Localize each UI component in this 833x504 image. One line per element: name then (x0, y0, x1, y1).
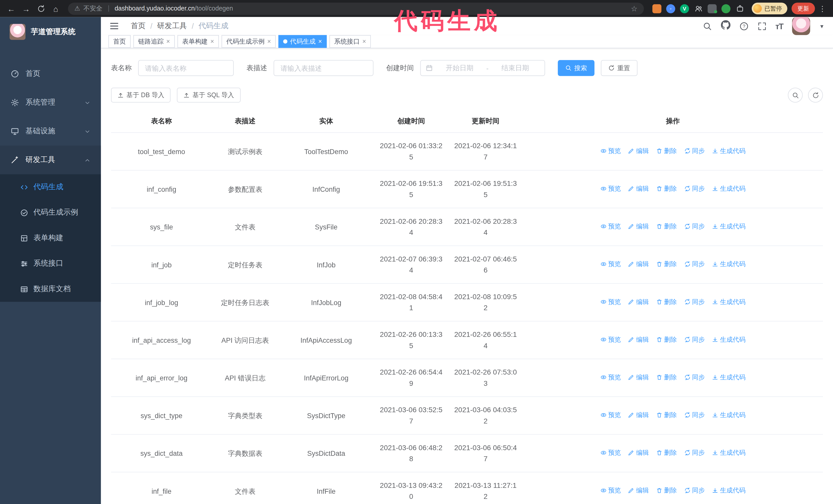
browser-menu-icon[interactable]: ⋮ (816, 4, 829, 13)
close-icon[interactable]: × (166, 38, 170, 45)
sync-link[interactable]: 同步 (684, 259, 705, 270)
generate-code-link[interactable]: 生成代码 (712, 334, 745, 345)
edit-link[interactable]: 编辑 (628, 410, 649, 421)
fullscreen-icon[interactable] (757, 22, 766, 30)
generate-code-link[interactable]: 生成代码 (712, 447, 745, 459)
edit-link[interactable]: 编辑 (628, 372, 649, 383)
tag-tab-codegen-example[interactable]: 代码生成示例× (221, 35, 276, 48)
browser-forward-button[interactable]: → (19, 2, 33, 16)
table-name-input[interactable] (138, 60, 234, 76)
extension-icon-drop[interactable]: ◦ (666, 4, 675, 13)
generate-code-link[interactable]: 生成代码 (712, 259, 745, 270)
preview-link[interactable]: 预览 (600, 485, 621, 496)
preview-link[interactable]: 预览 (600, 259, 621, 270)
github-icon[interactable] (721, 20, 730, 32)
edit-link[interactable]: 编辑 (628, 296, 649, 308)
sync-link[interactable]: 同步 (684, 221, 705, 232)
browser-home-button[interactable]: ⌂ (49, 2, 63, 16)
browser-refresh-button[interactable] (34, 2, 48, 16)
preview-link[interactable]: 预览 (600, 334, 621, 345)
close-icon[interactable]: × (267, 38, 271, 45)
sync-link[interactable]: 同步 (684, 410, 705, 421)
close-icon[interactable]: × (318, 38, 322, 45)
tag-tab-system-api[interactable]: 系统接口× (329, 35, 371, 48)
toggle-search-button[interactable] (788, 88, 803, 102)
close-icon[interactable]: × (362, 38, 366, 45)
reset-button[interactable]: 重置 (601, 60, 638, 76)
preview-link[interactable]: 预览 (600, 145, 621, 157)
sync-link[interactable]: 同步 (684, 296, 705, 308)
people-icon[interactable] (694, 4, 703, 13)
edit-link[interactable]: 编辑 (628, 183, 649, 195)
search-icon[interactable] (703, 22, 712, 30)
chrome-update-button[interactable]: 更新 (791, 3, 815, 14)
extension-icon-leaf[interactable] (721, 4, 731, 13)
generate-code-link[interactable]: 生成代码 (712, 296, 745, 308)
generate-code-link[interactable]: 生成代码 (712, 485, 745, 496)
preview-link[interactable]: 预览 (600, 447, 621, 459)
hamburger-icon[interactable] (110, 21, 119, 31)
search-button[interactable]: 搜索 (558, 60, 594, 76)
sidebar-item-system-api[interactable]: 系统接口 (0, 251, 101, 276)
sync-link[interactable]: 同步 (684, 334, 705, 345)
preview-link[interactable]: 预览 (600, 221, 621, 232)
refresh-table-button[interactable] (808, 88, 823, 102)
generate-code-link[interactable]: 生成代码 (712, 221, 745, 232)
edit-link[interactable]: 编辑 (628, 259, 649, 270)
tag-tab-form-builder[interactable]: 表单构建× (177, 35, 219, 48)
tag-tab-home[interactable]: 首页 (109, 35, 131, 48)
breadcrumb-devtools[interactable]: 研发工具 (157, 21, 187, 31)
help-icon[interactable]: ? (739, 22, 748, 30)
logo[interactable]: 芋道管理系统 (0, 17, 101, 47)
tag-tab-tracing[interactable]: 链路追踪× (133, 35, 175, 48)
generate-code-link[interactable]: 生成代码 (712, 410, 745, 421)
generate-code-link[interactable]: 生成代码 (712, 183, 745, 195)
avatar-caret-icon[interactable]: ▼ (819, 23, 825, 29)
delete-link[interactable]: 删除 (656, 372, 677, 383)
bookmark-star-icon[interactable]: ☆ (631, 4, 638, 13)
sync-link[interactable]: 同步 (684, 447, 705, 459)
delete-link[interactable]: 删除 (656, 485, 677, 496)
extension-icon-status[interactable] (708, 4, 717, 13)
sidebar-item-codegen[interactable]: 代码生成 (0, 174, 101, 200)
preview-link[interactable]: 预览 (600, 183, 621, 195)
import-db-button[interactable]: 基于 DB 导入 (111, 88, 171, 102)
delete-link[interactable]: 删除 (656, 183, 677, 195)
breadcrumb-home[interactable]: 首页 (131, 21, 146, 31)
extension-icon-orange[interactable] (652, 4, 661, 13)
puzzle-icon[interactable] (735, 4, 744, 13)
sync-link[interactable]: 同步 (684, 372, 705, 383)
delete-link[interactable]: 删除 (656, 334, 677, 345)
edit-link[interactable]: 编辑 (628, 145, 649, 157)
preview-link[interactable]: 预览 (600, 410, 621, 421)
delete-link[interactable]: 删除 (656, 296, 677, 308)
generate-code-link[interactable]: 生成代码 (712, 372, 745, 383)
sidebar-item-db-doc[interactable]: 数据库文档 (0, 277, 101, 302)
sidebar-item-system[interactable]: 系统管理 (0, 88, 101, 117)
tag-tab-codegen[interactable]: 代码生成× (278, 35, 327, 48)
browser-back-button[interactable]: ← (4, 2, 18, 16)
import-sql-button[interactable]: 基于 SQL 导入 (177, 88, 240, 102)
sidebar-item-infrastructure[interactable]: 基础设施 (0, 117, 101, 146)
preview-link[interactable]: 预览 (600, 296, 621, 308)
close-icon[interactable]: × (210, 38, 214, 45)
preview-link[interactable]: 预览 (600, 372, 621, 383)
extension-icon-vue[interactable]: V (680, 4, 689, 13)
sidebar-item-home[interactable]: 首页 (0, 59, 101, 88)
profile-paused-badge[interactable]: 已暂停 (752, 3, 787, 14)
edit-link[interactable]: 编辑 (628, 221, 649, 232)
edit-link[interactable]: 编辑 (628, 447, 649, 459)
user-avatar[interactable] (792, 17, 810, 35)
edit-link[interactable]: 编辑 (628, 334, 649, 345)
delete-link[interactable]: 删除 (656, 259, 677, 270)
sidebar-item-devtools[interactable]: 研发工具 (0, 146, 101, 174)
address-bar[interactable]: ⚠ 不安全 dashboard.yudao.iocoder.cn/tool/co… (68, 2, 644, 15)
sync-link[interactable]: 同步 (684, 485, 705, 496)
sync-link[interactable]: 同步 (684, 183, 705, 195)
sidebar-item-codegen-example[interactable]: 代码生成示例 (0, 200, 101, 225)
date-range-picker[interactable]: 开始日期 - 结束日期 (420, 60, 545, 76)
table-desc-input[interactable] (273, 60, 374, 76)
generate-code-link[interactable]: 生成代码 (712, 145, 745, 157)
delete-link[interactable]: 删除 (656, 221, 677, 232)
sidebar-item-form-builder[interactable]: 表单构建 (0, 225, 101, 251)
